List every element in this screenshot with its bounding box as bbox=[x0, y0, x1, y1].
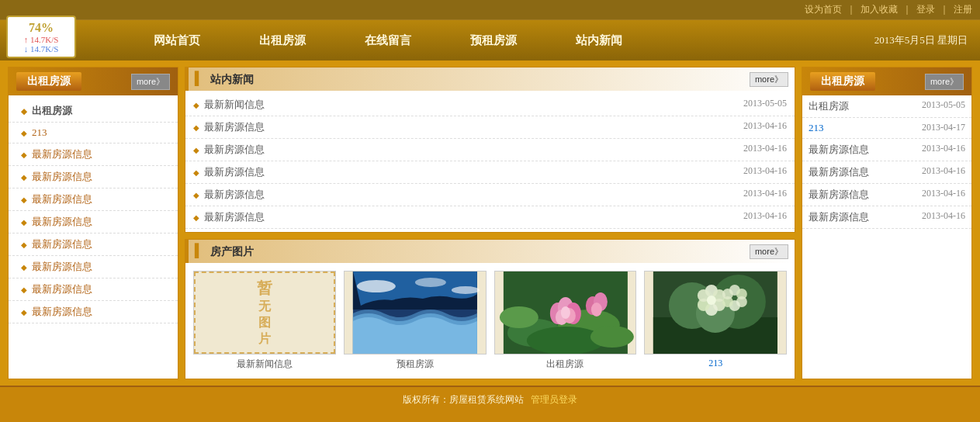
sidebar-list-item[interactable]: ◆213 bbox=[9, 123, 178, 144]
sidebar-list-item[interactable]: ◆最新房源信息 bbox=[9, 278, 178, 301]
news-title: ▍ 站内新闻 bbox=[195, 71, 254, 87]
network-pct: 74% bbox=[29, 21, 54, 35]
photo-box bbox=[644, 271, 787, 355]
bullet-icon: ◆ bbox=[21, 150, 27, 159]
photo-item[interactable]: 暂无图片最新新闻信息 bbox=[193, 271, 336, 371]
svg-point-4 bbox=[452, 286, 480, 294]
photo-item[interactable]: 预租房源 bbox=[344, 271, 487, 371]
sidebar-list-item[interactable]: ◆最新房源信息 bbox=[9, 144, 178, 166]
sidebar-list-item[interactable]: ◆最新房源信息 bbox=[9, 166, 178, 189]
svg-point-3 bbox=[415, 278, 446, 287]
news-item[interactable]: ◆最新房源信息2013-04-16 bbox=[185, 139, 795, 161]
sidebar-list: ◆出租房源◆213◆最新房源信息◆最新房源信息◆最新房源信息◆最新房源信息◆最新… bbox=[9, 95, 178, 328]
photo-label: 预租房源 bbox=[397, 358, 434, 371]
news-header: ▍ 站内新闻 more》 bbox=[185, 67, 795, 91]
photo-placeholder: 暂无图片 bbox=[194, 272, 335, 354]
news-bullet-icon: ◆ bbox=[193, 146, 199, 154]
news-bullet-icon: ◆ bbox=[193, 101, 199, 109]
svg-point-9 bbox=[499, 306, 538, 328]
news-list: ◆最新新闻信息2013-05-05◆最新房源信息2013-04-16◆最新房源信… bbox=[185, 91, 795, 232]
svg-point-2 bbox=[357, 280, 396, 292]
nav-date: 2013年5月5日 星期日 bbox=[874, 33, 968, 47]
sidebar-list-item[interactable]: ◆最新房源信息 bbox=[9, 301, 178, 323]
login-link[interactable]: 登录 bbox=[916, 4, 935, 15]
photo-grid: 暂无图片最新新闻信息 预租房源 出租房源 bbox=[185, 263, 795, 379]
svg-point-31 bbox=[707, 296, 716, 305]
right-sidebar: 出租房源 more》 出租房源2013-05-052132013-04-17最新… bbox=[802, 67, 972, 379]
main-content: 出租房源 more》 ◆出租房源◆213◆最新房源信息◆最新房源信息◆最新房源信… bbox=[0, 61, 980, 386]
bullet-icon: ◆ bbox=[21, 195, 27, 204]
news-bullet-icon: ◆ bbox=[193, 191, 199, 199]
right-header: 出租房源 more》 bbox=[802, 67, 971, 95]
nav-rent[interactable]: 出租房源 bbox=[230, 33, 335, 48]
sidebar-list-item[interactable]: ◆最新房源信息 bbox=[9, 256, 178, 278]
svg-point-16 bbox=[560, 306, 570, 319]
photos-title: ▍ 房产图片 bbox=[195, 244, 254, 259]
network-down: ↓ 14.7K/S bbox=[24, 44, 59, 54]
photos-header: ▍ 房产图片 more》 bbox=[185, 240, 795, 263]
news-bullet-icon: ◆ bbox=[193, 213, 199, 222]
bullet-icon: ◆ bbox=[21, 240, 27, 249]
photo-label[interactable]: 213 bbox=[708, 358, 722, 369]
right-more-button[interactable]: more》 bbox=[925, 74, 964, 90]
footer-text: 版权所有：房屋租赁系统网站 bbox=[403, 394, 524, 405]
photo-label: 出租房源 bbox=[546, 358, 583, 371]
news-item[interactable]: ◆最新房源信息2013-04-16 bbox=[185, 161, 795, 184]
sidebar-list-item[interactable]: ◆最新房源信息 bbox=[9, 233, 178, 256]
svg-point-10 bbox=[590, 326, 633, 348]
photo-box bbox=[344, 271, 487, 355]
bullet-icon: ◆ bbox=[21, 285, 27, 294]
bullet-icon: ◆ bbox=[21, 129, 27, 137]
right-list-item[interactable]: 出租房源2013-05-05 bbox=[802, 95, 971, 118]
register-link[interactable]: 注册 bbox=[954, 4, 972, 15]
news-section: ▍ 站内新闻 more》 ◆最新新闻信息2013-05-05◆最新房源信息201… bbox=[185, 67, 795, 233]
bullet-icon: ◆ bbox=[21, 173, 27, 182]
left-sidebar: 出租房源 more》 ◆出租房源◆213◆最新房源信息◆最新房源信息◆最新房源信… bbox=[8, 67, 178, 379]
sidebar-more-button[interactable]: more》 bbox=[131, 74, 170, 90]
bullet-icon: ◆ bbox=[21, 308, 27, 316]
news-item[interactable]: ◆最新新闻信息2013-05-05 bbox=[185, 94, 795, 116]
news-item[interactable]: ◆最新房源信息2013-04-16 bbox=[185, 116, 795, 139]
admin-login-link[interactable]: 管理员登录 bbox=[531, 394, 577, 405]
bullet-icon: ◆ bbox=[21, 218, 27, 227]
sidebar-list-item[interactable]: ◆出租房源 bbox=[9, 100, 178, 123]
footer: 版权所有：房屋租赁系统网站 管理员登录 bbox=[0, 386, 980, 413]
right-list-item[interactable]: 最新房源信息2013-04-16 bbox=[802, 139, 971, 161]
sidebar-list-item[interactable]: ◆最新房源信息 bbox=[9, 211, 178, 233]
svg-point-37 bbox=[722, 289, 733, 299]
photos-more-button[interactable]: more》 bbox=[750, 244, 788, 259]
right-list-item[interactable]: 最新房源信息2013-04-16 bbox=[802, 206, 971, 229]
right-list-item[interactable]: 2132013-04-17 bbox=[802, 118, 971, 139]
photo-item[interactable]: 213 bbox=[644, 271, 787, 371]
sidebar-header: 出租房源 more》 bbox=[9, 67, 178, 95]
right-list-item[interactable]: 最新房源信息2013-04-16 bbox=[802, 184, 971, 206]
photo-label: 最新新闻信息 bbox=[237, 358, 293, 371]
nav-prebook[interactable]: 预租房源 bbox=[441, 33, 546, 48]
topbar: 设为首页 ｜ 加入收藏 ｜ 登录 ｜ 注册 bbox=[0, 0, 980, 20]
add-favorite-link[interactable]: 加入收藏 bbox=[861, 4, 898, 15]
photo-item[interactable]: 出租房源 bbox=[494, 271, 637, 371]
network-stats: 74% ↑ 14.7K/S ↓ 14.7K/S bbox=[6, 16, 76, 58]
photo-box: 暂无图片 bbox=[193, 271, 336, 355]
navigation: 网站首页 出租房源 在线留言 预租房源 站内新闻 2013年5月5日 星期日 bbox=[0, 20, 980, 61]
photo-box bbox=[494, 271, 637, 355]
nav-home[interactable]: 网站首页 bbox=[124, 33, 230, 48]
set-home-link[interactable]: 设为首页 bbox=[805, 4, 842, 15]
right-list: 出租房源2013-05-052132013-04-17最新房源信息2013-04… bbox=[802, 95, 971, 229]
bullet-icon: ◆ bbox=[21, 107, 27, 116]
news-bullet-icon: ◆ bbox=[193, 123, 199, 132]
nav-message[interactable]: 在线留言 bbox=[335, 33, 441, 48]
sidebar-list-item[interactable]: ◆最新房源信息 bbox=[9, 189, 178, 211]
news-item[interactable]: ◆最新房源信息2013-04-16 bbox=[185, 184, 795, 206]
news-bullet-icon: ◆ bbox=[193, 168, 199, 177]
center-content: ▍ 站内新闻 more》 ◆最新新闻信息2013-05-05◆最新房源信息201… bbox=[185, 67, 795, 379]
right-title: 出租房源 bbox=[810, 72, 875, 91]
news-item[interactable]: ◆最新房源信息2013-04-16 bbox=[185, 206, 795, 229]
bullet-icon: ◆ bbox=[21, 263, 27, 272]
photos-section: ▍ 房产图片 more》 暂无图片最新新闻信息 预租房源 bbox=[185, 239, 795, 379]
nav-news[interactable]: 站内新闻 bbox=[546, 33, 652, 48]
sidebar-title: 出租房源 bbox=[16, 72, 81, 91]
right-list-item[interactable]: 最新房源信息2013-04-16 bbox=[802, 161, 971, 184]
svg-point-19 bbox=[590, 303, 601, 316]
news-more-button[interactable]: more》 bbox=[750, 72, 788, 87]
